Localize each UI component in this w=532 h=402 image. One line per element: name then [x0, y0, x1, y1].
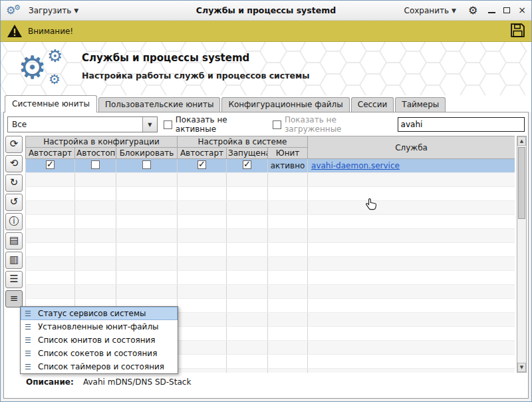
floppy-save-icon — [510, 23, 525, 38]
column-header-block[interactable]: Блокировать — [116, 148, 178, 159]
app-gears-icon: ⚙⚙ — [6, 5, 23, 16]
menu-item-units-and-states[interactable]: ☰ Список юнитов и состояния — [21, 333, 178, 347]
chevron-down-icon: ▼ — [142, 117, 157, 132]
save-button[interactable]: Сохранить ▼ — [399, 4, 462, 17]
description-label: Описание: — [26, 377, 83, 387]
menu-item-label: Список юнитов и состояния — [38, 335, 156, 345]
close-icon: × — [518, 5, 526, 15]
block-checkbox[interactable] — [142, 160, 151, 169]
table-row-empty — [26, 173, 515, 187]
status-bar: Описание: Avahi mDNS/DNS SD-Stack — [4, 377, 528, 387]
running-checkbox[interactable] — [243, 160, 251, 169]
scroll-down-button[interactable]: ▼ — [517, 363, 526, 372]
menu-item-installed-unit-files[interactable]: ☰ Установленные юнит-файлы — [21, 320, 178, 333]
show-unloaded-checkbox[interactable] — [273, 120, 281, 129]
column-header-autostop[interactable]: Автостоп — [75, 148, 116, 159]
list-button[interactable]: ☰ — [5, 271, 23, 288]
warning-bar: Внимание! — [1, 21, 531, 42]
cursor-hand-icon — [366, 198, 376, 211]
menu-item-label: Список сокетов и состояния — [38, 349, 157, 358]
app-window: ⚙⚙ Загрузить ▼ Службы и процессы systemd… — [0, 0, 532, 402]
table-row-avahi[interactable]: активно avahi-daemon.service — [26, 159, 515, 173]
info-button[interactable]: ⓘ — [5, 213, 23, 230]
menu-item-timers-and-states[interactable]: ☰ Список таймеров и состояния — [21, 360, 178, 373]
show-inactive-checkbox-group: Показать не активные — [164, 115, 267, 134]
window-title: Службы и процессы systemd — [196, 5, 336, 15]
menu-item-label: Список таймеров и состояния — [38, 362, 164, 371]
column-header-autostart-system[interactable]: Автостарт — [178, 148, 227, 159]
list-icon: ☰ — [25, 349, 33, 358]
titlebar: ⚙⚙ Загрузить ▼ Службы и процессы systemd… — [1, 1, 531, 21]
service-link[interactable]: avahi-daemon.service — [311, 161, 400, 170]
unit-filter-value: Все — [8, 120, 142, 129]
revert-button[interactable]: ↺ — [5, 194, 23, 211]
table-row-empty — [26, 215, 515, 229]
journal-button[interactable]: ▤ — [5, 232, 23, 250]
autostop-checkbox[interactable] — [91, 160, 100, 169]
tab-config-files[interactable]: Конфигурационные файлы — [221, 97, 349, 112]
tab-user-units[interactable]: Пользовательские юниты — [98, 97, 220, 112]
unit-state-cell: активно — [268, 159, 308, 173]
table-row-empty — [26, 257, 515, 271]
save-changes-button[interactable] — [510, 23, 525, 40]
minimize-icon — [488, 12, 495, 13]
description-value: Avahi mDNS/DNS SD-Stack — [83, 377, 191, 387]
tab-timers[interactable]: Таймеры — [395, 97, 446, 112]
column-header-running[interactable]: Запущена — [227, 148, 268, 159]
maximize-button[interactable] — [503, 7, 510, 13]
tab-sessions[interactable]: Сессии — [351, 97, 394, 112]
table-group-header-row: Настройка в конфигурации Настройка в сис… — [26, 136, 515, 148]
table-row-empty — [26, 201, 515, 215]
scroll-up-button[interactable]: ▲ — [517, 136, 526, 146]
minimize-button[interactable] — [488, 8, 495, 13]
chevron-down-icon: ▼ — [74, 7, 78, 14]
table-row-empty — [26, 187, 515, 201]
warning-label: Внимание! — [28, 27, 73, 36]
filter-row: Все ▼ Показать не активные Показать не з… — [4, 112, 528, 136]
table-row-empty — [26, 243, 515, 257]
banner: ⚙⚙⚙ Службы и процессы systemd Настройка … — [1, 42, 531, 95]
table-row-empty — [26, 229, 515, 243]
refresh-button[interactable]: ⟳ — [5, 136, 23, 153]
load-button-label: Загрузить — [29, 6, 71, 15]
close-button[interactable]: × — [518, 5, 526, 15]
group-header-config: Настройка в конфигурации — [26, 136, 178, 148]
unit-file-button[interactable]: ▥ — [5, 252, 23, 269]
autostart-system-checkbox[interactable] — [198, 160, 206, 169]
load-button[interactable]: Загрузить ▼ — [23, 4, 84, 17]
unit-filter-dropdown[interactable]: Все ▼ — [7, 116, 158, 132]
chevron-down-icon: ▼ — [452, 7, 456, 14]
tab-strip: Системные юниты Пользовательские юниты К… — [1, 95, 531, 112]
settings-gear-icon[interactable]: ⚙ — [468, 4, 477, 17]
menu-item-label: Установленные юнит-файлы — [38, 322, 159, 331]
reload-units-button[interactable]: ⟲ — [5, 155, 23, 172]
menu-item-service-status[interactable]: ☰ Статус сервисов системы — [21, 307, 178, 320]
page-subtitle: Настройка работы служб и процессов систе… — [82, 71, 309, 81]
column-header-autostart-config[interactable]: Автостарт — [26, 148, 75, 159]
autostart-config-checkbox[interactable] — [46, 160, 55, 169]
vertical-scrollbar[interactable]: ▲ ▼ — [517, 136, 527, 373]
status-menu-button[interactable]: ≡ — [5, 290, 23, 307]
warning-triangle-icon — [7, 24, 23, 38]
group-header-system: Настройка в системе — [178, 136, 308, 148]
column-header-service[interactable]: Служба — [308, 136, 515, 159]
list-icon: ☰ — [25, 363, 33, 371]
scrollbar-thumb[interactable] — [518, 147, 525, 219]
status-popup-menu: ☰ Статус сервисов системы ☰ Установленны… — [20, 306, 178, 374]
column-header-unit[interactable]: Юнит — [268, 148, 308, 159]
table-row-empty — [26, 271, 515, 285]
save-button-label: Сохранить — [404, 6, 450, 15]
show-unloaded-label: Показать не загруженные — [285, 115, 392, 134]
tab-system-units[interactable]: Системные юниты — [5, 95, 97, 112]
list-icon: ☰ — [25, 309, 33, 318]
banner-gears-icon: ⚙⚙⚙ — [18, 47, 78, 91]
show-inactive-label: Показать не активные — [176, 115, 267, 134]
restart-service-button[interactable]: ↻ — [5, 174, 23, 192]
table-row-empty — [26, 285, 515, 299]
show-inactive-checkbox[interactable] — [164, 120, 172, 129]
search-input[interactable] — [398, 117, 525, 132]
list-icon: ☰ — [25, 323, 33, 331]
menu-item-sockets-and-states[interactable]: ☰ Список сокетов и состояния — [21, 347, 178, 360]
maximize-icon — [503, 7, 510, 13]
page-title: Службы и процессы systemd — [82, 52, 309, 64]
